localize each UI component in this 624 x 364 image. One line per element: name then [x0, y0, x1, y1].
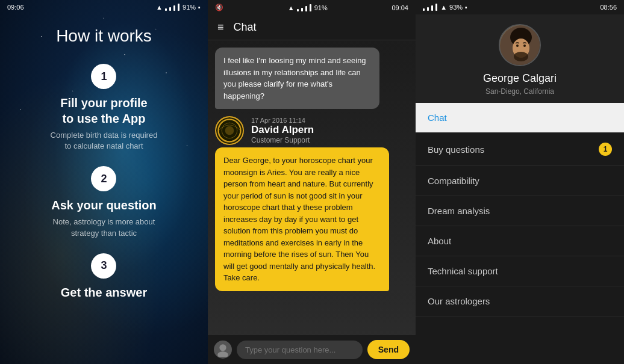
step-1-desc: Complete birth data is requiredto calcul… [51, 130, 158, 152]
panel1-content: How it works 1 Fill your profileto use t… [0, 14, 208, 318]
panel2-input-bar: Send [208, 335, 416, 364]
signal-icon [165, 4, 180, 11]
profile-location: San-Diego, California [485, 87, 554, 96]
nav-item-compatibility[interactable]: Compatibility [416, 166, 624, 196]
step-1: 1 Fill your profileto use the App Comple… [51, 64, 158, 152]
nav-item-chat[interactable]: Chat [416, 103, 624, 133]
step-2-circle: 2 [91, 166, 116, 191]
message-outgoing-text: Dear George, to your horoscope chart you… [223, 156, 375, 282]
panel2-status-bar: 🔇 ▲ 91% 09:04 [208, 0, 416, 15]
profile-name: George Calgari [483, 72, 557, 85]
mute-icon: 🔇 [215, 4, 223, 11]
panel1-time: 09:06 [7, 4, 24, 11]
nav-label-1: Buy questions [428, 144, 484, 155]
panel1-battery: 91% [183, 4, 196, 11]
battery3-icon: ▪ [465, 4, 467, 11]
svg-point-1 [219, 120, 241, 142]
svg-point-0 [216, 117, 243, 144]
panel3-profile: George Calgari San-Diego, California [416, 14, 624, 103]
nav-label-3: Dream analysis [428, 206, 490, 216]
panel3-time: 08:56 [600, 4, 617, 11]
message-outgoing: Dear George, to your horoscope chart you… [215, 147, 389, 291]
battery-icon: ▪ [198, 4, 201, 11]
panel-how-it-works: 09:06 ▲ 91% ▪ How it works 1 Fill your p… [0, 0, 208, 364]
wifi-icon: ▲ [156, 4, 163, 11]
wifi2-icon: ▲ [288, 4, 295, 11]
astrologer-date: 17 Apr 2016 11:14 [251, 117, 314, 124]
svg-point-2 [222, 123, 237, 138]
svg-point-11 [523, 45, 526, 47]
nav-label-2: Compatibility [428, 176, 479, 186]
step-2: 2 Ask your question Note, astrology is m… [51, 166, 156, 238]
hamburger-icon[interactable]: ≡ [217, 21, 224, 34]
panel3-status-icons: ▲ 93% ▪ [423, 4, 467, 11]
astrologer-info: 17 Apr 2016 11:14 David Alpern Customer … [251, 117, 314, 144]
panel1-status-icons: ▲ 91% ▪ [156, 4, 201, 11]
step-1-circle: 1 [91, 64, 116, 89]
nav-label-6: Our astrologers [428, 296, 490, 306]
astrologer-role: Customer Support [251, 136, 314, 144]
panel2-battery: 91% [314, 4, 328, 11]
message-incoming: I feel like I'm loosing my mind and seei… [215, 48, 379, 109]
step-2-title: Ask your question [51, 197, 156, 213]
nav-badge-1: 1 [599, 143, 612, 156]
signal2-icon [297, 4, 312, 11]
panel2-messages: I feel like I'm loosing my mind and seei… [208, 40, 416, 332]
astrologer-name: David Alpern [251, 124, 314, 136]
send-button[interactable]: Send [367, 340, 410, 359]
astrologer-avatar [215, 116, 244, 145]
message-input[interactable] [237, 341, 363, 359]
panel2-status-icons: ▲ 91% [288, 4, 328, 11]
svg-point-5 [217, 351, 228, 357]
nav-item-buy-questions[interactable]: Buy questions1 [416, 133, 624, 166]
step-1-title: Fill your profileto use the App [60, 95, 147, 126]
panel3-nav: ChatBuy questions1CompatibilityDream ana… [416, 103, 624, 364]
step-2-desc: Note, astrology is more aboutstrategy th… [53, 217, 155, 238]
wifi3-icon: ▲ [440, 4, 447, 11]
panel2-status-left: 🔇 [215, 4, 223, 11]
step-3-title: Get the answer [61, 285, 147, 300]
input-user-avatar [214, 341, 232, 359]
panel-profile-menu: ▲ 93% ▪ 08:56 George Calgar [416, 0, 624, 364]
nav-label-5: Technical support [428, 266, 498, 276]
svg-point-10 [516, 45, 519, 47]
nav-item-dream-analysis[interactable]: Dream analysis [416, 196, 624, 226]
astrologer-header: 17 Apr 2016 11:14 David Alpern Customer … [215, 116, 408, 145]
panel2-time: 09:04 [392, 4, 408, 11]
nav-item-technical-support[interactable]: Technical support [416, 256, 624, 286]
nav-item-our-astrologers[interactable]: Our astrologers [416, 286, 624, 316]
panel3-battery: 93% [449, 4, 463, 11]
message-incoming-text: I feel like I'm loosing my mind and seei… [223, 56, 366, 100]
panel2-header-title: Chat [234, 21, 257, 34]
panel2-header: ≡ Chat [208, 15, 416, 40]
astrologer-message-block: 17 Apr 2016 11:14 David Alpern Customer … [215, 116, 408, 291]
step-3: 3 Get the answer [61, 253, 147, 304]
svg-point-3 [225, 126, 234, 135]
nav-label-4: About [428, 236, 451, 246]
panel1-status-bar: 09:06 ▲ 91% ▪ [0, 0, 208, 14]
nav-item-about[interactable]: About [416, 226, 624, 256]
nav-label-0: Chat [428, 113, 447, 123]
signal3-icon [423, 4, 438, 11]
panel-chat: 🔇 ▲ 91% 09:04 ≡ Chat I feel like I'm loo… [208, 0, 416, 364]
svg-point-4 [219, 344, 226, 351]
profile-avatar [499, 24, 541, 66]
how-it-works-title: How it works [56, 26, 152, 46]
panel3-status-bar: ▲ 93% ▪ 08:56 [416, 0, 624, 14]
svg-point-9 [514, 52, 528, 61]
step-3-circle: 3 [91, 253, 116, 279]
